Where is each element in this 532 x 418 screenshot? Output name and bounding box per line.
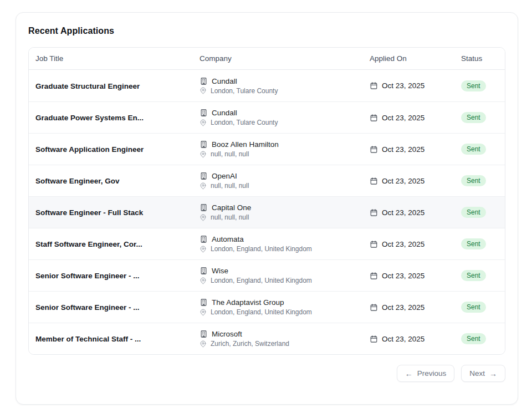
applied-on-date: Oct 23, 2025	[382, 303, 424, 312]
calendar-icon	[370, 81, 378, 90]
calendar-icon	[370, 114, 378, 122]
calendar-icon	[370, 272, 378, 280]
arrow-left-icon: ←	[405, 370, 413, 378]
building-icon	[200, 77, 208, 85]
status-badge: Sent	[461, 270, 486, 281]
table-row[interactable]: Graduate Power Systems En... Cundall	[29, 101, 505, 133]
company-location: London, Tulare County	[211, 119, 278, 126]
table-row[interactable]: Software Application Engineer Booz Allen…	[29, 133, 505, 165]
building-icon	[200, 235, 208, 243]
map-pin-icon	[200, 340, 207, 348]
job-title: Software Engineer, Gov	[35, 177, 120, 185]
building-icon	[200, 109, 208, 117]
table-row[interactable]: Staff Software Engineer, Cor... Automata	[29, 228, 505, 259]
pagination: ← Previous Next →	[28, 365, 505, 382]
map-pin-icon	[200, 309, 207, 316]
company-location: London, England, United Kingdom	[211, 308, 312, 316]
building-icon	[200, 140, 208, 149]
building-icon	[200, 203, 208, 212]
column-header-company: Company	[200, 54, 370, 63]
status-badge: Sent	[461, 80, 486, 91]
company-location: Zurich, Zurich, Switzerland	[211, 340, 289, 348]
previous-button[interactable]: ← Previous	[397, 365, 455, 382]
status-badge: Sent	[461, 302, 486, 313]
job-title: Graduate Structural Engineer	[35, 82, 140, 90]
map-pin-icon	[200, 246, 207, 253]
job-title: Senior Software Engineer - ...	[35, 272, 140, 280]
applied-on-date: Oct 23, 2025	[382, 145, 424, 154]
table-header-row: Job Title Company Applied On Status	[29, 48, 505, 70]
previous-label: Previous	[417, 369, 447, 378]
applied-on-date: Oct 23, 2025	[382, 114, 424, 122]
column-header-applied-on: Applied On	[370, 54, 461, 63]
company-location: null, null, null	[211, 150, 249, 158]
next-label: Next	[469, 369, 485, 378]
table-row[interactable]: Graduate Structural Engineer Cundall	[29, 70, 505, 101]
company-name: Cundall	[212, 77, 237, 85]
company-name: The Adaptavist Group	[212, 298, 284, 307]
map-pin-icon	[200, 277, 207, 284]
table-row[interactable]: Member of Technical Staff - ... Microsof…	[29, 323, 505, 354]
applied-on-date: Oct 23, 2025	[382, 272, 424, 280]
company-name: Capital One	[212, 203, 251, 212]
calendar-icon	[370, 177, 378, 185]
building-icon	[200, 172, 208, 180]
table-row[interactable]: Software Engineer - Full Stack Capital O…	[29, 196, 505, 228]
page-title: Recent Applications	[28, 26, 505, 36]
applied-on-date: Oct 23, 2025	[382, 240, 424, 248]
company-location: London, Tulare County	[211, 87, 278, 95]
job-title: Member of Technical Staff - ...	[35, 335, 141, 343]
job-title: Graduate Power Systems En...	[35, 114, 144, 122]
table-row[interactable]: Senior Software Engineer - ... The Adapt…	[29, 291, 505, 323]
table-body: Graduate Structural Engineer Cundall	[29, 70, 505, 354]
company-location: London, England, United Kingdom	[211, 277, 312, 284]
applied-on-date: Oct 23, 2025	[382, 335, 424, 343]
table-row[interactable]: Senior Software Engineer - ... Wise	[29, 259, 505, 291]
applied-on-date: Oct 23, 2025	[382, 81, 424, 90]
company-name: Wise	[212, 267, 228, 275]
company-name: Booz Allen Hamilton	[212, 140, 279, 149]
recent-applications-card: Recent Applications Job Title Company Ap…	[16, 12, 518, 405]
applied-on-date: Oct 23, 2025	[382, 208, 424, 217]
building-icon	[200, 267, 208, 275]
job-title: Senior Software Engineer - ...	[35, 303, 140, 312]
job-title: Software Application Engineer	[35, 145, 144, 154]
status-badge: Sent	[461, 112, 486, 123]
company-name: OpenAI	[212, 172, 237, 180]
building-icon	[200, 330, 208, 338]
status-badge: Sent	[461, 175, 486, 186]
status-badge: Sent	[461, 238, 486, 249]
map-pin-icon	[200, 119, 207, 126]
calendar-icon	[370, 303, 378, 312]
map-pin-icon	[200, 182, 207, 190]
status-badge: Sent	[461, 144, 486, 155]
next-button[interactable]: Next →	[461, 365, 505, 382]
table-row[interactable]: Software Engineer, Gov OpenAI	[29, 165, 505, 196]
company-name: Microsoft	[212, 330, 242, 338]
company-name: Automata	[212, 235, 244, 243]
arrow-right-icon: →	[489, 370, 497, 378]
map-pin-icon	[200, 214, 207, 221]
building-icon	[200, 298, 208, 307]
company-name: Cundall	[212, 109, 237, 117]
map-pin-icon	[200, 151, 207, 158]
company-location: null, null, null	[211, 213, 249, 221]
calendar-icon	[370, 335, 378, 343]
job-title: Staff Software Engineer, Cor...	[35, 240, 142, 248]
map-pin-icon	[200, 87, 207, 94]
calendar-icon	[370, 240, 378, 248]
applications-table: Job Title Company Applied On Status Grad…	[28, 47, 505, 355]
company-location: null, null, null	[211, 182, 249, 190]
calendar-icon	[370, 208, 378, 217]
company-location: London, England, United Kingdom	[211, 245, 312, 253]
calendar-icon	[370, 145, 378, 154]
applied-on-date: Oct 23, 2025	[382, 177, 424, 185]
column-header-job-title: Job Title	[29, 54, 200, 63]
status-badge: Sent	[461, 207, 486, 218]
status-badge: Sent	[461, 333, 486, 344]
column-header-status: Status	[461, 54, 504, 63]
job-title: Software Engineer - Full Stack	[35, 208, 143, 217]
